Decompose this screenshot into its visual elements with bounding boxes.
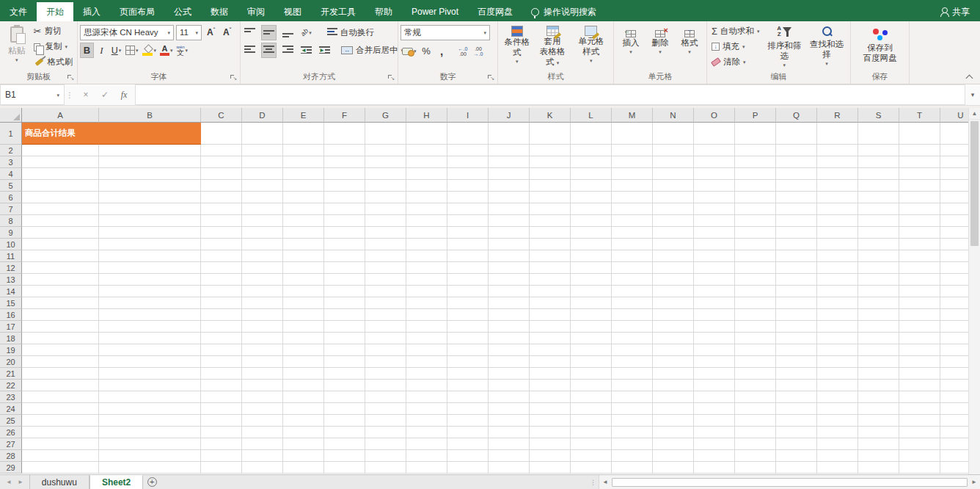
grid-cell-J2[interactable]	[489, 145, 530, 156]
grid-cell-F4[interactable]	[324, 168, 365, 180]
grid-cell-O14[interactable]	[694, 286, 735, 297]
grid-cell-H13[interactable]	[406, 274, 447, 286]
grid-cell-G27[interactable]	[365, 438, 406, 450]
grid-cell-T9[interactable]	[899, 227, 940, 239]
tab-data[interactable]: 数据	[201, 2, 238, 21]
grid-cell-S22[interactable]	[858, 380, 899, 391]
row-header-4[interactable]: 4	[0, 168, 22, 180]
grid-cell-P14[interactable]	[735, 286, 776, 297]
grid-cell-L8[interactable]	[571, 215, 612, 227]
grid-cell-C29[interactable]	[201, 462, 242, 474]
grid-cell-S27[interactable]	[858, 438, 899, 450]
grid-cell-Q7[interactable]	[776, 203, 817, 215]
grid-cell-Q1[interactable]	[776, 123, 817, 145]
name-box-splitter[interactable]: ⋮	[65, 84, 75, 105]
grid-cell-G2[interactable]	[365, 145, 406, 156]
grid-cell-G26[interactable]	[365, 427, 406, 438]
cell-styles-button[interactable]: 单元格样式 ▾	[571, 23, 611, 63]
grid-cell-I7[interactable]	[447, 203, 489, 215]
grid-cell-P16[interactable]	[735, 309, 776, 321]
grid-cell-M7[interactable]	[612, 203, 653, 215]
grid-cell-P26[interactable]	[735, 427, 776, 438]
grid-cell-R26[interactable]	[817, 427, 858, 438]
grid-cell-K12[interactable]	[530, 262, 571, 274]
grid-cell-C6[interactable]	[201, 192, 242, 203]
grid-cell-N21[interactable]	[653, 368, 694, 380]
row-header-10[interactable]: 10	[0, 239, 22, 250]
sheet-nav-prev-icon[interactable]: ◄	[6, 479, 12, 485]
grid-cell-I14[interactable]	[447, 286, 489, 297]
grid-cell-F16[interactable]	[324, 309, 365, 321]
grid-cell-C14[interactable]	[201, 286, 242, 297]
grid-cell-T11[interactable]	[899, 250, 940, 262]
grid-cell-I23[interactable]	[447, 391, 489, 403]
grid-cell-G29[interactable]	[365, 462, 406, 474]
grid-cell-C21[interactable]	[201, 368, 242, 380]
grid-cell-O25[interactable]	[694, 415, 735, 427]
grid-cell-I28[interactable]	[447, 450, 489, 462]
grid-cell-E6[interactable]	[283, 192, 324, 203]
grid-cell-O3[interactable]	[694, 156, 735, 168]
grid-cell-C3[interactable]	[201, 156, 242, 168]
column-header-U[interactable]: U	[940, 108, 968, 123]
grid-cell-E14[interactable]	[283, 286, 324, 297]
grid-cell-R10[interactable]	[817, 239, 858, 250]
grid-cell-R17[interactable]	[817, 321, 858, 333]
grid-cell-K28[interactable]	[530, 450, 571, 462]
grid-cell-O12[interactable]	[694, 262, 735, 274]
grid-cell-G21[interactable]	[365, 368, 406, 380]
grid-cell-P7[interactable]	[735, 203, 776, 215]
grid-cell-G4[interactable]	[365, 168, 406, 180]
grid-cell-H15[interactable]	[406, 297, 447, 309]
column-header-E[interactable]: E	[283, 108, 324, 123]
grid-cell-K26[interactable]	[530, 427, 571, 438]
grid-cell-L15[interactable]	[571, 297, 612, 309]
grid-cell-I25[interactable]	[447, 415, 489, 427]
grid-cell-C19[interactable]	[201, 344, 242, 356]
column-header-N[interactable]: N	[653, 108, 694, 123]
grid-cell-K11[interactable]	[530, 250, 571, 262]
grid-cell-R24[interactable]	[817, 403, 858, 415]
grid-cell-L7[interactable]	[571, 203, 612, 215]
grid-cell-N19[interactable]	[653, 344, 694, 356]
grid-cell-Q18[interactable]	[776, 333, 817, 344]
grid-cell-R8[interactable]	[817, 215, 858, 227]
grid-cell-F13[interactable]	[324, 274, 365, 286]
grid-cell-Q6[interactable]	[776, 192, 817, 203]
row-header-5[interactable]: 5	[0, 180, 22, 192]
grid-cell-B29[interactable]	[99, 462, 201, 474]
grid-cell-I20[interactable]	[447, 356, 489, 368]
grid-cell-B23[interactable]	[99, 391, 201, 403]
grid-cell-P8[interactable]	[735, 215, 776, 227]
grid-cell-Q23[interactable]	[776, 391, 817, 403]
row-header-20[interactable]: 20	[0, 356, 22, 368]
grid-cell-D5[interactable]	[242, 180, 283, 192]
grid-cell-H6[interactable]	[406, 192, 447, 203]
grid-cell-N6[interactable]	[653, 192, 694, 203]
grid-cell-D28[interactable]	[242, 450, 283, 462]
grid-cell-M20[interactable]	[612, 356, 653, 368]
grid-cell-U17[interactable]	[940, 321, 968, 333]
grid-cell-A13[interactable]	[22, 274, 99, 286]
middle-align-button[interactable]	[261, 25, 277, 40]
grid-cell-B4[interactable]	[99, 168, 201, 180]
grid-cell-K19[interactable]	[530, 344, 571, 356]
grid-cell-R5[interactable]	[817, 180, 858, 192]
format-cells-button[interactable]: ↔ 格式 ▾	[678, 28, 702, 54]
grid-cell-Q22[interactable]	[776, 380, 817, 391]
grid-cell-F19[interactable]	[324, 344, 365, 356]
grid-cell-J12[interactable]	[489, 262, 530, 274]
grid-cell-T15[interactable]	[899, 297, 940, 309]
grid-cell-E15[interactable]	[283, 297, 324, 309]
grid-cell-J9[interactable]	[489, 227, 530, 239]
grid-cell-C2[interactable]	[201, 145, 242, 156]
grid-cell-K21[interactable]	[530, 368, 571, 380]
grid-cell-A24[interactable]	[22, 403, 99, 415]
grid-cell-M28[interactable]	[612, 450, 653, 462]
grid-cell-P12[interactable]	[735, 262, 776, 274]
sheet-tab-dushuwu[interactable]: dushuwu	[29, 475, 89, 489]
grid-cell-U4[interactable]	[940, 168, 968, 180]
grid-cell-F17[interactable]	[324, 321, 365, 333]
merge-center-button[interactable]: ↔ 合并后居中 ▾	[339, 43, 406, 58]
grid-cell-G17[interactable]	[365, 321, 406, 333]
